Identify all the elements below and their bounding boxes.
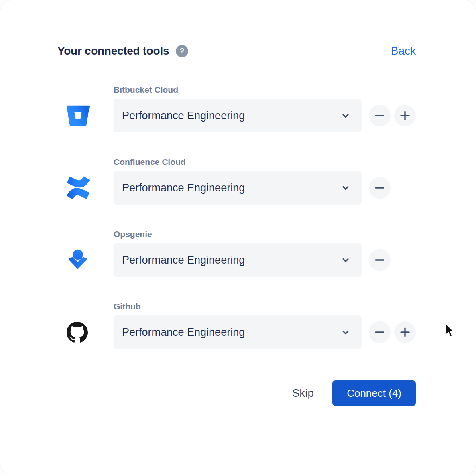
chevron-down-icon	[341, 111, 350, 120]
help-icon[interactable]: ?	[176, 45, 188, 57]
header: Your connected tools ? Back	[57, 44, 416, 58]
tool-row-github: Github Performance Engineering	[57, 301, 416, 349]
workspace-select-bitbucket[interactable]: Performance Engineering	[114, 99, 362, 132]
workspace-select-opsgenie[interactable]: Performance Engineering	[114, 243, 362, 277]
workspace-select-confluence[interactable]: Performance Engineering	[114, 171, 362, 205]
tool-row-confluence: Confluence Cloud Performance Engineering	[57, 156, 416, 205]
add-connection-button[interactable]	[394, 105, 416, 126]
confluence-icon	[57, 171, 114, 205]
tool-name: Confluence Cloud	[114, 156, 416, 168]
selected-workspace: Performance Engineering	[122, 182, 245, 194]
tool-list: Bitbucket Cloud Performance Engineering	[57, 84, 416, 349]
remove-connection-button[interactable]	[369, 105, 391, 126]
back-link[interactable]: Back	[391, 45, 416, 57]
remove-connection-button[interactable]	[369, 321, 391, 343]
selected-workspace: Performance Engineering	[122, 110, 245, 122]
tool-row-opsgenie: Opsgenie Performance Engineering	[57, 229, 416, 277]
tool-name: Bitbucket Cloud	[114, 84, 416, 95]
connect-button[interactable]: Connect (4)	[332, 380, 416, 406]
tool-name: Github	[114, 301, 416, 312]
tool-row-bitbucket: Bitbucket Cloud Performance Engineering	[57, 84, 416, 132]
chevron-down-icon	[341, 183, 350, 193]
chevron-down-icon	[341, 255, 350, 265]
connected-tools-panel: Your connected tools ? Back	[0, 0, 476, 475]
tool-name: Opsgenie	[114, 229, 416, 240]
chevron-down-icon	[341, 327, 350, 337]
workspace-select-github[interactable]: Performance Engineering	[114, 315, 362, 349]
page-title: Your connected tools	[57, 44, 169, 58]
selected-workspace: Performance Engineering	[122, 254, 245, 266]
selected-workspace: Performance Engineering	[122, 326, 245, 339]
add-connection-button[interactable]	[394, 321, 416, 343]
remove-connection-button[interactable]	[369, 249, 391, 271]
footer: Skip Connect (4)	[57, 380, 416, 406]
bitbucket-icon	[57, 99, 114, 132]
github-icon	[57, 315, 114, 349]
skip-button[interactable]: Skip	[292, 387, 314, 400]
opsgenie-icon	[57, 243, 114, 277]
remove-connection-button[interactable]	[369, 177, 391, 199]
